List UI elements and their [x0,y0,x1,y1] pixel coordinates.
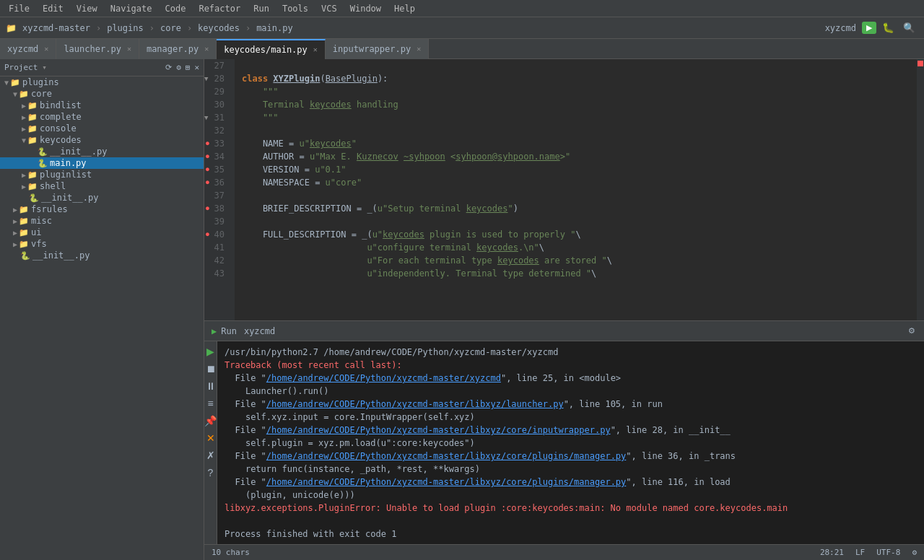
menu-vcs[interactable]: VCS [315,2,343,15]
tree-item-pluginlist[interactable]: ▶ 📁 pluginlist [0,169,204,180]
run-pause-button[interactable]: ⏸ [204,379,217,393]
run-help-button[interactable]: ? [206,465,215,480]
traceback-link-2[interactable]: /home/andrew/CODE/Python/xyzcmd-master/l… [266,399,564,409]
menu-refactor[interactable]: Refactor [193,2,246,15]
close-sidebar-icon[interactable]: ✕ [194,63,199,72]
traceback-link-3[interactable]: /home/andrew/CODE/Python/xyzcmd-master/l… [266,425,611,435]
tree-item-misc[interactable]: ▶ 📁 misc [0,215,204,227]
menu-window[interactable]: Window [344,2,387,15]
tree-item-shell[interactable]: ▶ 📁 shell [0,180,204,192]
breadcrumb-root[interactable]: xyzcmd-master [19,22,93,35]
settings-icon[interactable]: ⚙ [176,63,181,72]
traceback-link-5[interactable]: /home/andrew/CODE/Python/xyzcmd-master/l… [266,477,627,487]
tree-item-init-keycodes[interactable]: 🐍 __init__.py [0,146,204,157]
settings-icon[interactable]: ⚙ [912,548,917,557]
tree-item-init-root[interactable]: 🐍 __init__.py [0,250,204,261]
breadcrumb-plugins[interactable]: plugins [104,22,147,35]
tree-item-complete[interactable]: ▶ 📁 complete [0,111,204,123]
code-line-29: """ [235,85,924,98]
breakpoint[interactable]: ● [206,228,209,241]
tree-item-bindlist[interactable]: ▶ 📁 bindlist [0,100,204,111]
close-tab-keycodes[interactable]: ✕ [313,45,318,53]
close-tab-xyzcmd[interactable]: ✕ [44,45,48,53]
run-icon: ▶ [212,326,217,336]
run-output[interactable]: /usr/bin/python2.7 /home/andrew/CODE/Pyt… [217,341,924,544]
run-stop-button[interactable]: ⏹ [204,362,217,376]
tree-item-fsrules[interactable]: ▶ 📁 fsrules [0,204,204,215]
run-button[interactable]: ▶ [862,22,876,34]
expand-icon[interactable]: ⊞ [186,63,191,72]
tabbar: xyzcmd ✕ launcher.py ✕ manager.py ✕ keyc… [0,39,924,59]
fold-icon[interactable]: ▼ [204,111,208,124]
encoding: UTF-8 [876,548,900,557]
breakpoint[interactable]: ● [206,163,209,176]
search-everywhere-button[interactable]: 🔍 [900,21,918,35]
run-x-button[interactable]: ✗ [205,448,217,463]
folder-icon: 📁 [6,23,17,33]
close-tab-manager[interactable]: ✕ [204,45,209,53]
line-separator: LF [855,548,865,557]
settings-run-button[interactable]: ⚙ [907,325,917,337]
close-tab-inputwrapper[interactable]: ✕ [417,45,421,53]
traceback-link-4[interactable]: /home/andrew/CODE/Python/xyzcmd-master/l… [266,451,627,461]
menu-tools[interactable]: Tools [276,2,314,15]
folder-icon: 📁 [27,124,38,134]
tab-xyzcmd[interactable]: xyzcmd ✕ [0,39,56,59]
close-tab-launcher[interactable]: ✕ [127,45,131,53]
code-line-32 [235,124,924,137]
traceback-line-5: File "/home/andrew/CODE/Python/xyzcmd-ma… [225,476,917,489]
breadcrumb-keycodes[interactable]: keycodes [195,22,243,35]
tree-item-console[interactable]: ▶ 📁 console [0,123,204,134]
sync-icon[interactable]: ⟳ [165,63,172,72]
traceback-code-3: self.plugin = xyz.pm.load(u":core:keycod… [225,437,917,450]
tree-item-ui[interactable]: ▶ 📁 ui [0,227,204,238]
code-line-35: VERSION = u"0.1" [235,163,924,176]
tab-inputwrapper[interactable]: inputwrapper.py ✕ [326,39,429,59]
code-editor[interactable]: 27 28 ▼ 29 30 31 ▼ 32 ●33 ●34 ●35 ●36 37… [204,59,924,320]
menu-help[interactable]: Help [388,2,421,15]
run-play-button[interactable]: ▶ [205,344,216,359]
run-clear-button[interactable]: ✕ [205,431,217,445]
breakpoint[interactable]: ● [206,176,209,189]
project-dropdown-icon[interactable]: ▾ [42,63,47,72]
tree-item-plugins[interactable]: ▼ 📁 plugins [0,76,204,88]
tree-item-core[interactable]: ▼ 📁 core [0,88,204,100]
menu-view[interactable]: View [71,2,103,15]
code-content[interactable]: class XYZPlugin(BasePlugin): """ Termina… [235,59,924,320]
tree-item-main[interactable]: 🐍 main.py [0,157,204,169]
expand-arrow: ▶ [22,102,26,110]
run-scroll-button[interactable]: ≡ [206,396,214,411]
cursor-position: 28:21 [820,548,844,557]
menu-navigate[interactable]: Navigate [105,2,158,15]
sidebar: Project ▾ ⟳ ⚙ ⊞ ✕ ▼ 📁 plugins ▼ 📁 core ▶… [0,59,204,560]
tree-item-vfs[interactable]: ▶ 📁 vfs [0,238,204,250]
breakpoint[interactable]: ● [206,202,209,215]
chars-count: 10 chars [212,548,250,557]
fold-icon[interactable]: ▼ [204,72,208,85]
breakpoint[interactable]: ● [206,150,209,163]
menu-file[interactable]: File [3,2,35,15]
menu-edit[interactable]: Edit [37,2,69,15]
expand-arrow: ▶ [13,217,17,225]
tab-manager[interactable]: manager.py ✕ [139,39,217,59]
menu-run[interactable]: Run [248,2,275,15]
code-line-36: NAMESPACE = u"core" [235,176,924,189]
breadcrumb-file[interactable]: main.py [253,22,296,35]
code-line-40: FULL_DESCRIPTION = _(u"keycodes plugin i… [235,228,924,241]
menu-code[interactable]: Code [160,2,192,15]
tab-keycodes-main[interactable]: keycodes/main.py ✕ [217,39,326,59]
project-header: Project ▾ ⟳ ⚙ ⊞ ✕ [0,59,204,76]
run-toolbar: ▶ ⏹ ⏸ ≡ 📌 ✕ ✗ ? [204,341,217,544]
tab-launcher[interactable]: launcher.py ✕ [56,39,139,59]
debug-button[interactable]: 🐛 [879,21,897,35]
tree-item-keycodes[interactable]: ▼ 📁 keycodes [0,134,204,146]
tree-item-init-core[interactable]: 🐍 __init__.py [0,192,204,204]
breadcrumb-core[interactable]: core [157,22,184,35]
py-icon: 🐍 [20,251,30,261]
run-pin-button[interactable]: 📌 [204,414,218,428]
collapse-arrow: ▼ [22,136,26,144]
toolbar-right: xyzcmd ▶ 🐛 🔍 [825,21,918,35]
run-panel: ▶ Run xyzcmd ⚙ ▶ ⏹ ⏸ ≡ 📌 ✕ ✗ ? /us [204,320,924,544]
breakpoint[interactable]: ● [206,137,209,150]
traceback-link-1[interactable]: /home/andrew/CODE/Python/xyzcmd-master/x… [266,373,501,383]
